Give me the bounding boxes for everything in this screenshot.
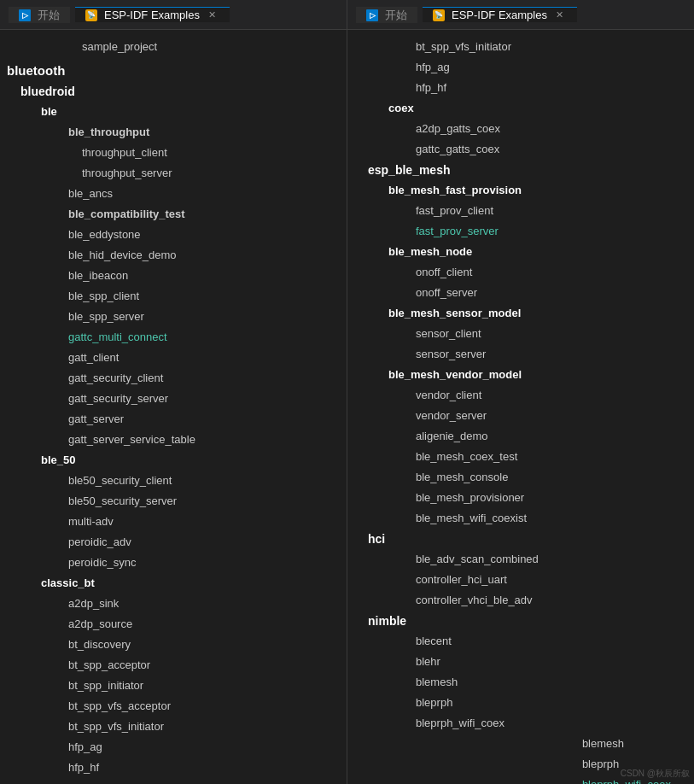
tree-item-0[interactable]: bt_spp_vfs_initiator: [347, 37, 694, 57]
tree-item-9[interactable]: ble_eddystone: [0, 225, 347, 245]
right-tab-close[interactable]: ✕: [552, 8, 567, 22]
tree-item-12[interactable]: onoff_server: [347, 283, 694, 303]
tree-item-27[interactable]: controller_vhci_ble_adv: [347, 590, 694, 611]
rss-icon-left: 📡: [85, 9, 97, 21]
tree-item-22[interactable]: ble50_security_server: [0, 491, 347, 512]
tree-item-17[interactable]: gatt_security_server: [0, 389, 347, 409]
left-tab-start-label: 开始: [38, 8, 60, 23]
tree-item-22[interactable]: ble_mesh_provisioner: [347, 488, 694, 508]
tree-item-35[interactable]: hfp_hf: [0, 758, 347, 778]
left-tab-examples-label: ESP-IDF Examples: [104, 9, 200, 21]
tree-item-19[interactable]: gatt_server_service_table: [0, 430, 347, 450]
tree-item-8[interactable]: fast_prov_client: [347, 201, 694, 221]
tree-item-18[interactable]: vendor_server: [347, 406, 694, 426]
overlay-item-0[interactable]: blemesh: [514, 734, 694, 754]
vs-icon-left: ▷: [19, 9, 31, 21]
tree-item-4[interactable]: a2dp_gatts_coex: [347, 119, 694, 139]
right-tab-examples-label: ESP-IDF Examples: [452, 9, 547, 21]
tree-item-15[interactable]: sensor_server: [347, 344, 694, 365]
panels-area: ▷ 开始 📡 ESP-IDF Examples ✕ sample_project…: [0, 0, 694, 784]
tree-item-31[interactable]: bt_spp_initiator: [0, 676, 347, 696]
tree-item-13[interactable]: ble_spp_server: [0, 307, 347, 327]
tree-item-24[interactable]: hci: [347, 529, 694, 549]
tree-item-33[interactable]: bt_spp_vfs_initiator: [0, 717, 347, 737]
tree-item-6[interactable]: throughput_server: [0, 163, 347, 184]
right-tab-start[interactable]: ▷ 开始: [356, 7, 417, 23]
tree-item-2[interactable]: hfp_hf: [347, 78, 694, 98]
right-tab-start-label: 开始: [385, 8, 407, 23]
tree-item-17[interactable]: vendor_client: [347, 385, 694, 406]
tree-item-20[interactable]: ble_mesh_coex_test: [347, 447, 694, 467]
tree-item-8[interactable]: ble_compatibility_test: [0, 204, 347, 225]
tree-item-25[interactable]: peroidic_sync: [0, 553, 347, 573]
tree-item-28[interactable]: a2dp_source: [0, 614, 347, 635]
tree-item-30[interactable]: bt_spp_acceptor: [0, 655, 347, 676]
tree-item-26[interactable]: controller_hci_uart: [347, 570, 694, 590]
tree-item-31[interactable]: blemesh: [347, 672, 694, 693]
tree-item-9[interactable]: fast_prov_server: [347, 221, 694, 242]
tree-item-15[interactable]: gatt_client: [0, 348, 347, 368]
tree-item-25[interactable]: ble_adv_scan_combined: [347, 549, 694, 570]
left-tab-start[interactable]: ▷ 开始: [9, 7, 70, 23]
tree-item-5[interactable]: throughput_client: [0, 143, 347, 163]
tree-item-6[interactable]: esp_ble_mesh: [347, 160, 694, 180]
tree-item-26[interactable]: classic_bt: [0, 573, 347, 594]
tree-item-30[interactable]: blehr: [347, 652, 694, 672]
tree-item-7[interactable]: ble_mesh_fast_provision: [347, 180, 694, 201]
tree-item-1[interactable]: bluetooth: [0, 61, 347, 81]
tree-item-11[interactable]: onoff_client: [347, 262, 694, 283]
right-tab-examples[interactable]: 📡 ESP-IDF Examples ✕: [423, 7, 577, 22]
tree-item-16[interactable]: gatt_security_client: [0, 368, 347, 389]
tree-item-27[interactable]: a2dp_sink: [0, 594, 347, 614]
right-panel-column: ▷ 开始 📡 ESP-IDF Examples ✕ bt_spp_vfs_ini…: [347, 0, 694, 784]
rss-icon-right: 📡: [433, 9, 445, 21]
tree-item-16[interactable]: ble_mesh_vendor_model: [347, 365, 694, 385]
tree-item-32[interactable]: bleprph: [347, 693, 694, 713]
tree-item-10[interactable]: ble_mesh_node: [347, 242, 694, 262]
tree-item-11[interactable]: ble_ibeacon: [0, 266, 347, 286]
tree-item-1[interactable]: hfp_ag: [347, 57, 694, 78]
tree-item-29[interactable]: bt_discovery: [0, 635, 347, 655]
tree-item-7[interactable]: ble_ancs: [0, 184, 347, 204]
left-panel[interactable]: sample_projectbluetoothbluedroidbleble_t…: [0, 30, 347, 784]
watermark: CSDN @秋辰所叙: [621, 768, 690, 780]
tree-item-0[interactable]: sample_project: [0, 37, 347, 57]
tree-item-3[interactable]: ble: [0, 102, 347, 122]
left-panel-column: ▷ 开始 📡 ESP-IDF Examples ✕ sample_project…: [0, 0, 347, 784]
tree-item-3[interactable]: coex: [347, 98, 694, 119]
right-tab-bar: ▷ 开始 📡 ESP-IDF Examples ✕: [347, 0, 694, 30]
left-tab-examples[interactable]: 📡 ESP-IDF Examples ✕: [75, 7, 230, 22]
left-tab-bar: ▷ 开始 📡 ESP-IDF Examples ✕: [0, 0, 347, 30]
tree-item-4[interactable]: ble_throughput: [0, 122, 347, 143]
vs-icon-right: ▷: [366, 9, 378, 21]
tree-item-32[interactable]: bt_spp_vfs_acceptor: [0, 696, 347, 717]
tree-item-20[interactable]: ble_50: [0, 450, 347, 471]
tree-item-5[interactable]: gattc_gatts_coex: [347, 139, 694, 160]
tree-item-14[interactable]: sensor_client: [347, 324, 694, 344]
tree-item-23[interactable]: ble_mesh_wifi_coexist: [347, 508, 694, 529]
tree-item-21[interactable]: ble_mesh_console: [347, 467, 694, 488]
tree-item-33[interactable]: bleprph_wifi_coex: [347, 713, 694, 734]
tree-item-19[interactable]: aligenie_demo: [347, 426, 694, 447]
tree-item-10[interactable]: ble_hid_device_demo: [0, 245, 347, 266]
tree-item-12[interactable]: ble_spp_client: [0, 286, 347, 307]
tree-item-23[interactable]: multi-adv: [0, 512, 347, 532]
tree-item-34[interactable]: hfp_ag: [0, 737, 347, 758]
tree-item-18[interactable]: gatt_server: [0, 409, 347, 430]
left-tab-close[interactable]: ✕: [205, 8, 219, 22]
tree-item-29[interactable]: blecent: [347, 631, 694, 652]
tree-item-13[interactable]: ble_mesh_sensor_model: [347, 303, 694, 324]
tree-item-14[interactable]: gattc_multi_connect: [0, 327, 347, 348]
right-panel[interactable]: bt_spp_vfs_initiatorhfp_aghfp_hfcoexa2dp…: [347, 30, 694, 784]
tree-item-21[interactable]: ble50_security_client: [0, 471, 347, 491]
tree-item-28[interactable]: nimble: [347, 611, 694, 631]
tree-item-24[interactable]: peroidic_adv: [0, 532, 347, 553]
tree-item-2[interactable]: bluedroid: [0, 81, 347, 102]
